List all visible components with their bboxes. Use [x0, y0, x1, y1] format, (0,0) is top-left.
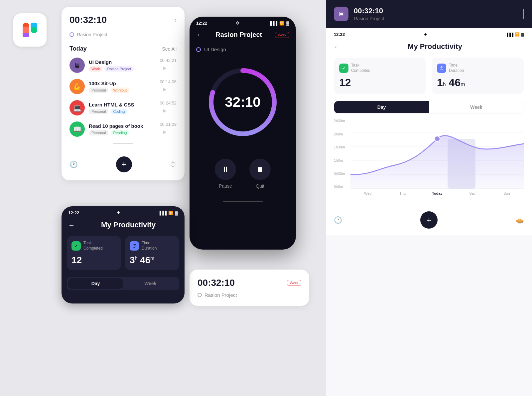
- right-panel: 🖥 00:32:10 Rasion Project 12:22 ✈ ▐▐▐ 🛜 …: [326, 0, 532, 396]
- task-icon-book: 📖: [69, 121, 85, 137]
- history-icon[interactable]: 🕐: [69, 160, 78, 168]
- app-icon: [13, 13, 47, 47]
- ri-task-value: 12: [339, 77, 421, 89]
- task-list-card: 00:32:10 › Rasion Project Today See All …: [62, 7, 185, 180]
- play-button[interactable]: ▶: [160, 127, 170, 137]
- timer-icon[interactable]: ⏱: [170, 161, 177, 168]
- pp-signal-icon: ▐▐▐: [158, 211, 167, 215]
- chart-y-0h: 0h0m: [334, 185, 345, 189]
- play-button[interactable]: ▶: [160, 105, 170, 115]
- pp-checkmark-icon: ✓: [71, 241, 81, 251]
- rdh-progress-bar: [523, 9, 524, 19]
- ri-history-icon[interactable]: 🕐: [334, 216, 342, 224]
- play-button[interactable]: ▶: [160, 84, 170, 94]
- btc-project-name: Rasion Project: [204, 292, 237, 298]
- ri-clock-icon: ⏱: [437, 64, 446, 73]
- task-tags: Work Rasion Project: [89, 66, 156, 72]
- ri-status-time: 12:22: [334, 32, 345, 37]
- add-task-button[interactable]: +: [116, 156, 132, 172]
- chart-x-thu: Thu: [385, 191, 420, 195]
- work-badge: Work: [275, 32, 289, 38]
- ri-day-week-toggle: Day Week: [334, 101, 524, 113]
- ri-day-button[interactable]: Day: [334, 101, 429, 113]
- pp-status-bar: 12:22 ✈ ▐▐▐ 🛜 ▓: [62, 206, 185, 218]
- battery-icon: ▓: [286, 21, 289, 26]
- svg-point-3: [31, 27, 37, 33]
- chart-y-1h30: 1h30m: [334, 145, 345, 149]
- current-task-name: UI Design: [204, 47, 226, 52]
- task-info-situp: 100x Sit-Up Personal Workout: [89, 81, 156, 93]
- pp-clock-icon: ⏱: [130, 241, 139, 251]
- ri-back-button[interactable]: ←: [334, 43, 340, 51]
- rdh-info: 00:32:10 Rasion Project: [354, 7, 517, 21]
- timer-controls: ⏸ Pause ⏹ Quit: [190, 145, 296, 194]
- ri-duration-value: 1h 46m: [437, 77, 519, 89]
- pp-location-icon: ✈: [117, 210, 120, 215]
- ri-signal-icon: ▐▐▐: [506, 33, 513, 37]
- pp-stats: ✓ Task Completed 12 ⏱ Time Duration 3h 4…: [62, 236, 185, 277]
- task-icon-situp: 💪: [69, 79, 85, 94]
- see-all-link[interactable]: See All: [162, 46, 177, 52]
- pp-back-button[interactable]: ←: [68, 221, 75, 229]
- home-indicator: [223, 201, 263, 202]
- chart-x-labels: Wed Thu Today Sat Sun: [350, 191, 524, 195]
- btc-project: Rasion Project: [198, 292, 301, 298]
- ri-checkmark-icon: ✓: [339, 64, 348, 73]
- timer-area: 32:10: [190, 59, 296, 145]
- pp-stat-top-2: ⏱ Time Duration: [130, 241, 175, 251]
- status-time: 12:22: [196, 21, 207, 26]
- pp-duration-label: Time Duration: [142, 241, 157, 251]
- pp-wifi-icon: 🛜: [168, 211, 173, 215]
- task-duration: 00:24:52: [160, 100, 177, 105]
- svg-point-14: [435, 136, 440, 141]
- signal-icon: ▐▐▐: [269, 21, 278, 26]
- productivity-phone: 12:22 ✈ ▐▐▐ 🛜 ▓ ← My Productivity ✓ Task…: [62, 206, 185, 303]
- btc-time: 00:32:10: [198, 278, 235, 288]
- quit-button[interactable]: ⏹: [249, 159, 271, 180]
- svg-rect-4: [23, 27, 29, 33]
- ri-stat-top-2: ⏱ Time Duration: [437, 63, 519, 73]
- tag-rasion: Rasion Project: [104, 66, 134, 72]
- pause-control[interactable]: ⏸ Pause: [215, 159, 236, 189]
- task-tags: Personal Reading: [89, 130, 156, 135]
- pause-button[interactable]: ⏸: [215, 159, 236, 180]
- header-project: Rasion Project: [69, 32, 177, 37]
- project-dot: [69, 32, 74, 37]
- chevron-right-icon[interactable]: ›: [175, 17, 177, 24]
- back-button[interactable]: ←: [196, 31, 203, 39]
- task-name: UI Design: [89, 59, 156, 65]
- timer-display: 32:10: [225, 94, 260, 110]
- quit-control[interactable]: ⏹ Quit: [249, 159, 271, 189]
- ri-stats-icon[interactable]: 🥧: [516, 216, 524, 224]
- rdh-time: 00:32:10: [354, 7, 517, 15]
- pp-title: My Productivity: [79, 221, 178, 229]
- current-dot: [196, 47, 201, 52]
- task-tags: Personal Coding: [89, 109, 156, 114]
- chart-svg-wrap: [350, 119, 524, 189]
- chart-y-labels: 2h30m 2h0m 1h30m 1h0m 0h30m 0h0m: [334, 119, 345, 189]
- task-name: Learn HTML & CSS: [89, 102, 156, 107]
- ri-bottom-nav: 🕐 + 🥧: [326, 205, 532, 235]
- ri-time-duration-card: ⏱ Time Duration 1h 46m: [432, 58, 524, 94]
- pp-day-button[interactable]: Day: [68, 278, 123, 289]
- status-icons: ▐▐▐ 🛜 ▓: [269, 21, 289, 26]
- ri-battery-icon: ▓: [521, 33, 524, 37]
- play-button[interactable]: ▶: [160, 63, 170, 73]
- pp-week-button[interactable]: Week: [123, 278, 178, 289]
- tag-work: Work: [89, 66, 102, 72]
- ri-week-button[interactable]: Week: [429, 101, 524, 113]
- rdh-monitor-icon: 🖥: [334, 7, 348, 21]
- ri-task-completed-card: ✓ Task Completed 12: [334, 58, 426, 94]
- bottom-task-card: 00:32:10 Work Rasion Project: [190, 270, 309, 306]
- chart-y-0h30: 0h30m: [334, 172, 345, 176]
- task-duration: 00:14:06: [160, 79, 177, 84]
- pause-label: Pause: [219, 183, 232, 189]
- tag-personal: Personal: [89, 109, 108, 114]
- task-duration: 00:21:09: [160, 122, 177, 127]
- ri-wifi-icon: 🛜: [515, 32, 520, 37]
- ri-add-button[interactable]: +: [420, 211, 438, 229]
- chart-x-today: Today: [420, 191, 455, 195]
- chart-area: 2h30m 2h0m 1h30m 1h0m 0h30m 0h0m: [326, 119, 532, 202]
- ri-title: My Productivity: [346, 42, 524, 51]
- btc-header: 00:32:10 Work: [198, 278, 301, 288]
